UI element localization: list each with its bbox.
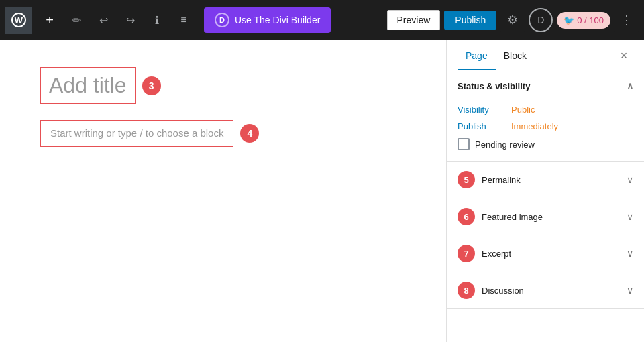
discussion-chevron-icon: ∨: [627, 285, 633, 296]
add-block-button[interactable]: +: [38, 8, 62, 32]
excerpt-chevron-icon: ∨: [627, 248, 633, 259]
featured-image-section[interactable]: 6 Featured image ∨: [447, 198, 644, 235]
info-button[interactable]: ℹ: [145, 8, 169, 32]
info-icon: ℹ: [155, 14, 159, 27]
more-options-button[interactable]: ⋮: [614, 8, 639, 32]
status-visibility-section: Status & visibility ∧ Visibility Public …: [447, 72, 644, 162]
undo-icon: ↩: [99, 14, 108, 27]
visibility-row: Visibility Public: [458, 105, 633, 115]
redo-icon: ↪: [126, 14, 135, 27]
settings-button[interactable]: ⚙: [500, 8, 525, 32]
excerpt-badge: 7: [458, 245, 475, 262]
discussion-section[interactable]: 8 Discussion ∨: [447, 272, 644, 309]
status-section-body: Visibility Public Publish Immediately Pe…: [447, 99, 644, 161]
preview-button[interactable]: Preview: [387, 10, 441, 30]
toolbar-right: Preview Publish ⚙ Page D 🐦 0 / 100 ⋮: [387, 8, 639, 32]
wp-logo-icon[interactable]: W: [5, 7, 32, 34]
list-view-button[interactable]: ≡: [172, 8, 196, 32]
main-layout: Add title 3 Start writing or type / to c…: [0, 40, 644, 342]
permalink-chevron-icon: ∨: [627, 174, 633, 185]
score-arrow-icon: 🐦: [564, 15, 574, 25]
sidebar-content: Status & visibility ∧ Visibility Public …: [447, 72, 644, 342]
add-icon: +: [46, 13, 54, 28]
user-initial: D: [537, 15, 544, 25]
gear-icon: ⚙: [507, 13, 518, 27]
status-section-header[interactable]: Status & visibility ∧: [447, 72, 644, 99]
divi-logo-icon: D: [215, 13, 229, 27]
sidebar: Page Block × Status & visibility ∧ Vi: [446, 40, 644, 342]
list-icon: ≡: [180, 14, 186, 26]
chevron-up-icon: ∧: [627, 80, 633, 91]
permalink-badge: 5: [458, 171, 475, 188]
title-input[interactable]: Add title: [40, 67, 136, 104]
redo-button[interactable]: ↪: [118, 8, 142, 32]
divi-builder-button[interactable]: D Use The Divi Builder: [204, 7, 331, 33]
content-input[interactable]: Start writing or type / to choose a bloc…: [40, 120, 233, 147]
featured-image-chevron-icon: ∨: [627, 211, 633, 222]
edit-mode-button[interactable]: ✏: [64, 8, 89, 32]
sidebar-close-button[interactable]: ×: [614, 47, 633, 66]
tab-page[interactable]: Page: [458, 42, 496, 70]
pencil-icon: ✏: [72, 14, 81, 27]
editor-area: Add title 3 Start writing or type / to c…: [0, 40, 446, 342]
publish-button[interactable]: Publish: [444, 11, 496, 30]
title-block: Add title 3: [40, 67, 406, 104]
featured-image-badge: 6: [458, 208, 475, 225]
content-block: Start writing or type / to choose a bloc…: [40, 120, 406, 147]
seo-score-button[interactable]: 🐦 0 / 100: [557, 12, 610, 29]
step-4-badge: 4: [240, 124, 259, 143]
svg-text:W: W: [15, 15, 23, 25]
pending-review-row: Pending review: [458, 138, 633, 150]
publish-row: Publish Immediately: [458, 121, 633, 131]
pending-review-checkbox[interactable]: [458, 138, 470, 150]
excerpt-section[interactable]: 7 Excerpt ∨: [447, 235, 644, 272]
user-avatar[interactable]: Page D: [529, 8, 553, 32]
sidebar-tabs: Page Block ×: [447, 40, 644, 72]
undo-button[interactable]: ↩: [91, 8, 115, 32]
discussion-badge: 8: [458, 282, 475, 299]
permalink-section[interactable]: 5 Permalink ∨: [447, 162, 644, 198]
more-icon: ⋮: [621, 13, 633, 27]
tab-block[interactable]: Block: [496, 42, 535, 70]
step-3-badge: 3: [142, 76, 161, 95]
toolbar: W + ✏ ↩ ↪ ℹ ≡ D Use The Divi Builder Pre…: [0, 0, 644, 40]
